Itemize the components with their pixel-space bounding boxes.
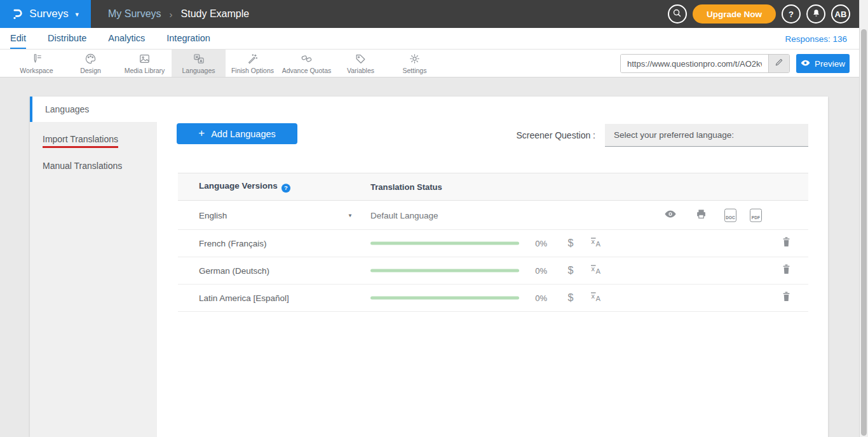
auto-translate-icon[interactable]: xA bbox=[590, 264, 602, 278]
toolbar-item-label: Variables bbox=[347, 67, 374, 74]
breadcrumb-current-survey: Study Example bbox=[181, 8, 250, 20]
export-doc-icon[interactable]: DOC bbox=[724, 208, 736, 222]
sidebar-item-languages[interactable]: Languages bbox=[30, 97, 157, 122]
screener-question-label: Screener Question : bbox=[516, 130, 595, 140]
delete-language-icon[interactable] bbox=[782, 264, 791, 278]
toolbar-item-finish-options[interactable]: Finish Options bbox=[226, 50, 280, 77]
print-icon[interactable] bbox=[695, 208, 707, 222]
view-survey-icon[interactable] bbox=[664, 210, 677, 221]
add-languages-button[interactable]: + Add Languages bbox=[177, 123, 297, 144]
translate-icon bbox=[193, 53, 205, 65]
toolbar-item-label: Advance Quotas bbox=[282, 67, 332, 74]
edit-toolbar: Workspace Design Media Library Languages… bbox=[0, 50, 868, 77]
translation-percent: 0% bbox=[519, 293, 547, 303]
questionpro-logo-menu[interactable]: Surveys ▼ bbox=[0, 0, 91, 28]
language-name: French (Français) bbox=[199, 239, 267, 248]
page-content: Languages Import Translations Manual Tra… bbox=[0, 77, 859, 437]
auto-translate-icon[interactable]: xA bbox=[590, 291, 602, 305]
tab-edit[interactable]: Edit bbox=[10, 28, 26, 49]
help-button[interactable]: ? bbox=[782, 4, 801, 24]
toolbar-item-variables[interactable]: Variables bbox=[334, 50, 388, 77]
default-language-status: Default Language bbox=[370, 210, 438, 220]
languages-card: Languages Import Translations Manual Tra… bbox=[30, 97, 828, 437]
svg-text:x: x bbox=[591, 266, 595, 272]
toolbar-item-label: Media Library bbox=[125, 67, 165, 74]
toolbar-item-label: Workspace bbox=[20, 67, 53, 74]
sidebar-item-manual-translations[interactable]: Manual Translations bbox=[30, 153, 157, 178]
edit-url-button[interactable] bbox=[768, 55, 789, 72]
svg-text:A: A bbox=[596, 240, 601, 248]
breadcrumb-separator: › bbox=[170, 9, 173, 20]
table-row-language: Latin America [Español] 0% $ xA bbox=[178, 285, 808, 312]
search-icon bbox=[672, 8, 682, 20]
delete-language-icon[interactable] bbox=[782, 292, 791, 305]
languages-sidebar: Languages Import Translations Manual Tra… bbox=[30, 97, 157, 437]
paid-translation-icon[interactable]: $ bbox=[563, 265, 578, 276]
toolbar-item-label: Languages bbox=[182, 67, 215, 74]
search-button[interactable] bbox=[668, 4, 687, 24]
translation-progress-bar bbox=[370, 242, 519, 245]
add-languages-label: Add Languages bbox=[211, 129, 276, 139]
chain-links-icon bbox=[301, 53, 313, 65]
toolbar-item-languages[interactable]: Languages bbox=[172, 50, 226, 77]
table-row-language: German (Deutsch) 0% $ xA bbox=[178, 257, 808, 285]
avatar[interactable]: AB bbox=[831, 4, 850, 24]
languages-main-panel: + Add Languages Screener Question : Sele… bbox=[157, 97, 828, 437]
toolbar-item-advance-quotas[interactable]: Advance Quotas bbox=[280, 50, 334, 77]
avatar-initials: AB bbox=[835, 10, 847, 19]
tab-distribute[interactable]: Distribute bbox=[48, 28, 86, 49]
responses-count[interactable]: Responses: 136 bbox=[785, 28, 847, 50]
gear-icon bbox=[409, 53, 421, 65]
chevron-down-icon: ▼ bbox=[74, 11, 80, 18]
svg-text:A: A bbox=[596, 267, 601, 275]
header-actions: Upgrade Now ? AB bbox=[668, 4, 850, 24]
survey-nav-bar: Edit Distribute Analytics Integration Re… bbox=[0, 28, 868, 50]
toolbar-item-settings[interactable]: Settings bbox=[388, 50, 442, 77]
preview-button[interactable]: Preview bbox=[796, 54, 850, 73]
languages-table: Language Versions? Translation Status En… bbox=[178, 173, 808, 312]
top-header-bar: Surveys ▼ My Surveys › Study Example Upg… bbox=[0, 0, 868, 28]
paid-translation-icon[interactable]: $ bbox=[563, 292, 578, 304]
survey-url-group bbox=[620, 54, 790, 73]
workspace-icon bbox=[31, 53, 43, 65]
toolbar-right-group: Preview bbox=[620, 54, 850, 73]
tab-integration[interactable]: Integration bbox=[166, 28, 210, 49]
screener-question-select[interactable]: Select your preferred language: bbox=[605, 124, 808, 147]
questionpro-logo-icon bbox=[11, 7, 24, 21]
vertical-scrollbar[interactable] bbox=[859, 0, 868, 437]
notifications-button[interactable] bbox=[806, 4, 825, 24]
table-row-language: French (Français) 0% $ xA bbox=[178, 230, 808, 257]
translation-progress-bar bbox=[370, 297, 519, 300]
delete-language-icon[interactable] bbox=[782, 237, 791, 250]
magic-wand-icon bbox=[247, 53, 259, 65]
svg-text:x: x bbox=[591, 238, 595, 245]
sidebar-item-import-translations[interactable]: Import Translations bbox=[30, 128, 157, 153]
auto-translate-icon[interactable]: xA bbox=[590, 236, 602, 250]
svg-text:x: x bbox=[591, 293, 595, 300]
logo-label: Surveys bbox=[29, 8, 68, 20]
toolbar-item-media-library[interactable]: Media Library bbox=[118, 50, 172, 77]
chevron-down-icon[interactable]: ▼ bbox=[348, 212, 353, 218]
toolbar-item-workspace[interactable]: Workspace bbox=[10, 50, 64, 77]
export-pdf-icon[interactable]: PDF bbox=[750, 208, 762, 222]
svg-text:A: A bbox=[596, 295, 601, 302]
breadcrumb-my-surveys[interactable]: My Surveys bbox=[108, 8, 161, 20]
language-name: German (Deutsch) bbox=[199, 266, 269, 276]
toolbar-item-design[interactable]: Design bbox=[64, 50, 118, 77]
translation-percent: 0% bbox=[519, 266, 547, 276]
survey-url-input[interactable] bbox=[621, 55, 768, 72]
scrollbar-thumb[interactable] bbox=[861, 29, 867, 436]
nav-tabs: Edit Distribute Analytics Integration bbox=[0, 28, 210, 49]
tab-analytics[interactable]: Analytics bbox=[108, 28, 145, 49]
upgrade-now-button[interactable]: Upgrade Now bbox=[693, 4, 776, 24]
bell-icon bbox=[811, 8, 821, 20]
screener-question-group: Screener Question : Select your preferre… bbox=[516, 124, 808, 147]
pencil-icon bbox=[775, 58, 783, 69]
table-row-default-language: English ▼ Default Language DOC PDF bbox=[178, 201, 808, 230]
help-icon[interactable]: ? bbox=[281, 184, 290, 192]
toolbar-item-label: Finish Options bbox=[231, 67, 274, 74]
image-icon bbox=[139, 53, 151, 65]
tag-icon bbox=[355, 53, 367, 65]
preview-label: Preview bbox=[815, 59, 845, 69]
paid-translation-icon[interactable]: $ bbox=[563, 238, 578, 249]
